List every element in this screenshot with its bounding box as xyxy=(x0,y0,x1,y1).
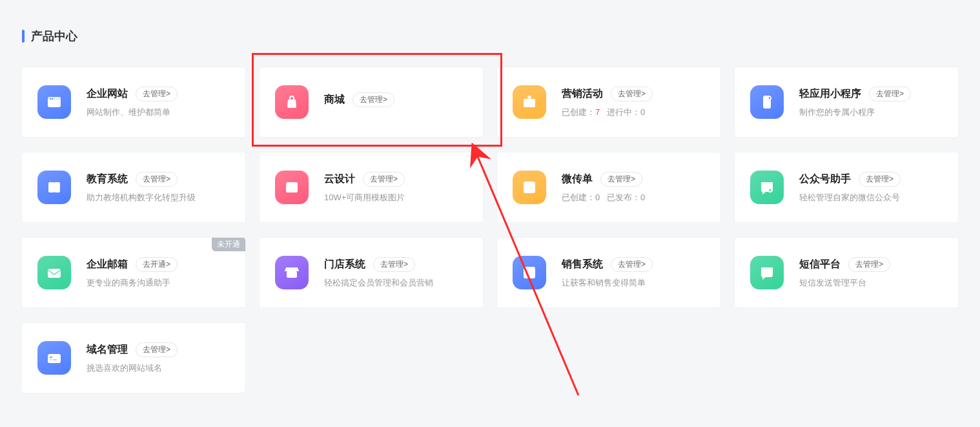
product-card-marketing[interactable]: 营销活动去管理>已创建：7 进行中：0 xyxy=(497,67,720,137)
svg-rect-16 xyxy=(526,183,533,185)
product-card-wechat[interactable]: 公众号助手去管理>轻松管理自家的微信公众号 xyxy=(735,152,958,222)
svg-rect-32 xyxy=(48,354,61,363)
card-head: 云设计去管理> xyxy=(324,172,467,187)
svg-rect-12 xyxy=(54,182,55,193)
manage-button[interactable]: 去管理> xyxy=(869,87,911,101)
product-card-sms[interactable]: 短信平台去管理>短信发送管理平台 xyxy=(735,238,958,307)
value-created: 7 xyxy=(595,107,600,117)
manage-button[interactable]: 去管理> xyxy=(136,172,178,187)
card-title: 企业网站 xyxy=(87,87,128,101)
svg-point-4 xyxy=(52,98,53,99)
card-body: 企业网站去管理>网站制作、维护都简单 xyxy=(87,87,230,118)
card-title: 域名管理 xyxy=(87,343,128,357)
mail-icon xyxy=(37,256,71,289)
card-head: 销售系统去管理> xyxy=(562,257,705,272)
card-head: 企业网站去管理> xyxy=(87,87,230,101)
product-card-sales[interactable]: 销售系统去管理>让获客和销售变得简单 xyxy=(497,238,720,307)
svg-point-14 xyxy=(288,184,291,187)
bag-icon xyxy=(275,85,309,119)
label-created: 已创建： xyxy=(562,107,595,117)
manage-button[interactable]: 去管理> xyxy=(136,87,178,101)
manage-button[interactable]: 去管理> xyxy=(859,172,901,187)
card-body: 销售系统去管理>让获客和销售变得简单 xyxy=(562,257,705,289)
manage-button[interactable]: 去管理> xyxy=(600,172,642,187)
gift-icon xyxy=(513,85,546,119)
browser-icon xyxy=(37,85,71,119)
badge-not-activated: 未开通 xyxy=(212,238,245,251)
svg-rect-33 xyxy=(50,357,52,358)
card-title: 微传单 xyxy=(562,172,593,186)
product-grid: 企业网站去管理>网站制作、维护都简单商城去管理>营销活动去管理>已创建：7 进行… xyxy=(22,67,958,393)
svg-rect-18 xyxy=(526,189,531,191)
domain-icon xyxy=(37,341,71,375)
storefront-icon xyxy=(275,256,309,289)
section-title: 产品中心 xyxy=(31,28,77,44)
svg-rect-29 xyxy=(526,275,527,276)
manage-button[interactable]: 去管理> xyxy=(363,172,405,187)
manage-button[interactable]: 去管理> xyxy=(373,257,415,272)
list-icon xyxy=(513,256,546,289)
card-description: 已创建：7 进行中：0 xyxy=(562,107,705,118)
svg-point-20 xyxy=(770,189,771,191)
picture-icon xyxy=(275,171,309,204)
manage-button[interactable]: 去管理> xyxy=(352,92,394,107)
value-created: 0 xyxy=(595,193,600,202)
section-accent-bar xyxy=(22,30,25,43)
book-icon xyxy=(37,171,71,204)
card-body: 域名管理去管理>挑选喜欢的网站域名 xyxy=(87,342,230,374)
value-published: 0 xyxy=(640,193,645,202)
card-head: 企业邮箱去开通> xyxy=(87,257,230,272)
section-header: 产品中心 xyxy=(22,28,958,44)
card-title: 教育系统 xyxy=(87,172,128,186)
svg-rect-31 xyxy=(764,271,770,273)
card-body: 微传单去管理>已创建：0 已发布：0 xyxy=(562,172,705,203)
svg-rect-10 xyxy=(48,182,54,193)
svg-rect-25 xyxy=(526,269,527,271)
card-description: 挑选喜欢的网站域名 xyxy=(87,362,230,374)
card-head: 公众号助手去管理> xyxy=(799,172,943,187)
svg-rect-7 xyxy=(529,99,530,107)
product-card-miniapp[interactable]: 轻应用小程序去管理>制作您的专属小程序 xyxy=(735,67,958,137)
product-card-mall[interactable]: 商城去管理> xyxy=(260,67,483,137)
product-card-edu[interactable]: 教育系统去管理>助力教培机构数字化转型升级 xyxy=(22,152,245,222)
product-card-flyer[interactable]: 微传单去管理>已创建：0 已发布：0 xyxy=(497,152,720,222)
svg-rect-11 xyxy=(54,182,60,193)
card-body: 企业邮箱去开通>更专业的商务沟通助手 xyxy=(87,257,230,289)
product-card-design[interactable]: 云设计去管理>10W+可商用模板图片 xyxy=(260,152,483,222)
card-description: 更专业的商务沟通助手 xyxy=(87,277,230,289)
card-body: 轻应用小程序去管理>制作您的专属小程序 xyxy=(799,87,943,118)
card-body: 教育系统去管理>助力教培机构数字化转型升级 xyxy=(87,172,230,203)
card-title: 短信平台 xyxy=(799,258,841,271)
card-head: 商城去管理> xyxy=(324,92,467,107)
label-running: 进行中： xyxy=(607,107,640,117)
card-description: 助力教培机构数字化转型升级 xyxy=(87,192,230,203)
card-description: 短信发送管理平台 xyxy=(799,277,943,289)
card-title: 企业邮箱 xyxy=(87,258,128,271)
product-card-domain[interactable]: 域名管理去管理>挑选喜欢的网站域名 xyxy=(22,323,245,393)
activate-button[interactable]: 去开通> xyxy=(136,257,178,272)
card-title: 轻应用小程序 xyxy=(799,87,861,101)
chat-gear-icon xyxy=(750,171,784,204)
svg-rect-35 xyxy=(53,359,57,360)
card-body: 云设计去管理>10W+可商用模板图片 xyxy=(324,172,467,203)
card-description: 网站制作、维护都简单 xyxy=(87,107,230,118)
manage-button[interactable]: 去管理> xyxy=(848,257,890,272)
manage-button[interactable]: 去管理> xyxy=(136,342,178,357)
card-body: 门店系统去管理>轻松搞定会员管理和会员营销 xyxy=(324,257,467,289)
phone-icon xyxy=(750,85,784,119)
product-card-website[interactable]: 企业网站去管理>网站制作、维护都简单 xyxy=(22,67,245,137)
svg-rect-17 xyxy=(526,187,533,188)
svg-rect-2 xyxy=(48,99,61,100)
card-head: 轻应用小程序去管理> xyxy=(799,87,943,101)
manage-button[interactable]: 去管理> xyxy=(611,257,653,272)
product-card-store[interactable]: 门店系统去管理>轻松搞定会员管理和会员营销 xyxy=(260,238,483,307)
product-card-mail[interactable]: 未开通企业邮箱去开通>更专业的商务沟通助手 xyxy=(22,238,245,307)
svg-rect-28 xyxy=(529,272,534,273)
card-title: 销售系统 xyxy=(562,258,603,271)
card-head: 营销活动去管理> xyxy=(562,87,705,101)
manage-button[interactable]: 去管理> xyxy=(611,87,653,101)
card-title: 门店系统 xyxy=(324,258,365,271)
card-title: 商城 xyxy=(324,93,345,107)
card-description: 让获客和销售变得简单 xyxy=(562,277,705,289)
card-title: 营销活动 xyxy=(562,87,603,101)
